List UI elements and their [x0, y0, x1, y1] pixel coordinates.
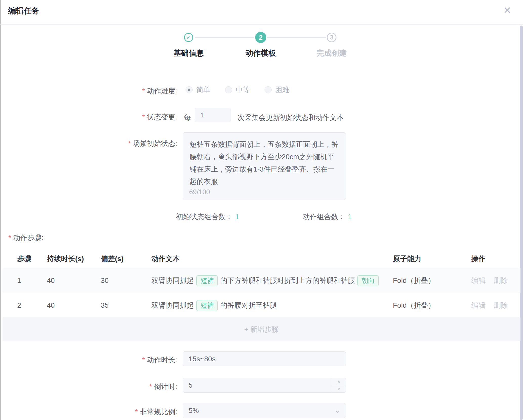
- cell-ops: 编辑 删除: [471, 293, 508, 318]
- number-stepper: ∧ ∨: [332, 378, 346, 392]
- decrease-icon[interactable]: ∨: [332, 385, 346, 393]
- cell-duration: 40: [47, 293, 55, 318]
- col-header-ops: 操作: [471, 249, 486, 268]
- cell-ability: Fold（折叠）: [393, 293, 435, 318]
- dialog-title: 编辑任务: [8, 6, 39, 16]
- initial-state-textarea[interactable]: 短裤五条数据背面朝上，五条数据正面朝上，裤腰朝右，离头部视野下方至少20cm之外…: [183, 132, 346, 200]
- step3-circle: 3: [327, 33, 336, 42]
- unusual-ratio-select[interactable]: 5% ⌄: [183, 403, 346, 418]
- initial-state-label: 场景初始状态:: [84, 139, 177, 148]
- increase-icon[interactable]: ∧: [332, 378, 346, 385]
- cell-action-text: 双臂协同抓起短裤的下方裤腿和裤腰对折到上方的裤腿和裤腰朝向: [151, 268, 381, 293]
- radio-circle-icon: [265, 86, 272, 93]
- cell-ability: Fold（折叠）: [393, 268, 435, 293]
- char-counter: 69/100: [189, 188, 210, 196]
- cell-deviation: 35: [101, 293, 109, 318]
- close-icon[interactable]: ✕: [503, 6, 511, 15]
- edit-button[interactable]: 编辑: [471, 301, 486, 310]
- cell-deviation: 30: [101, 268, 109, 293]
- step-label-finish: 完成创建: [301, 48, 362, 58]
- vertical-scrollbar[interactable]: [520, 26, 523, 420]
- cell-step: 2: [17, 293, 21, 318]
- step-label-basic-info: 基础信息: [158, 48, 219, 58]
- table-row: 2 40 35 双臂协同抓起短裤的裤腰对折至裤腿 Fold（折叠） 编辑 删除: [3, 293, 520, 318]
- col-header-deviation: 偏差(s): [101, 249, 124, 268]
- header-divider: [0, 24, 523, 25]
- countdown-label: 倒计时:: [91, 382, 177, 391]
- countdown-input[interactable]: 5 ∧ ∨: [183, 378, 346, 393]
- stepper-connector: [267, 37, 326, 38]
- action-steps-label: 动作步骤:: [8, 233, 43, 243]
- action-steps-table: 步骤 持续时长(s) 偏差(s) 动作文本 原子能力 操作 1 40 30 双臂…: [3, 249, 520, 341]
- entity-tag: 朝向: [357, 275, 379, 286]
- initial-combo-count: 初始状态组合数：1: [176, 212, 239, 222]
- entity-tag: 短裤: [196, 275, 218, 286]
- table-body: 1 40 30 双臂协同抓起短裤的下方裤腿和裤腰对折到上方的裤腿和裤腰朝向 Fo…: [3, 268, 520, 318]
- cell-step: 1: [17, 268, 21, 293]
- step-label-action-template: 动作模板: [230, 48, 291, 58]
- col-header-action-text: 动作文本: [151, 249, 180, 268]
- cell-ops: 编辑 删除: [471, 268, 508, 293]
- state-change-suffix: 次采集会更新初始状态和动作文本: [237, 113, 344, 122]
- radio-circle-icon: [186, 86, 193, 93]
- col-header-duration: 持续时长(s): [47, 249, 84, 268]
- col-header-ability: 原子能力: [393, 249, 421, 268]
- chevron-down-icon: ⌄: [334, 405, 341, 414]
- duration-label: 动作时长:: [91, 355, 177, 365]
- action-combo-count: 动作组合数：1: [303, 212, 352, 222]
- duration-input[interactable]: 15s~80s: [183, 351, 346, 366]
- radio-medium[interactable]: 中等: [225, 85, 250, 95]
- table-row: 1 40 30 双臂协同抓起短裤的下方裤腿和裤腰对折到上方的裤腿和裤腰朝向 Fo…: [3, 268, 520, 293]
- delete-button[interactable]: 删除: [494, 276, 508, 285]
- difficulty-label: 动作难度:: [91, 86, 177, 96]
- entity-tag: 短裤: [196, 300, 218, 311]
- edit-button[interactable]: 编辑: [471, 276, 486, 285]
- table-header-row: 步骤 持续时长(s) 偏差(s) 动作文本 原子能力 操作: [3, 249, 520, 268]
- delete-button[interactable]: 删除: [494, 301, 508, 310]
- step2-circle: 2: [255, 32, 266, 43]
- window-left-edge: [0, 0, 1, 420]
- col-header-step: 步骤: [17, 249, 31, 268]
- action-combo-value: 1: [348, 213, 352, 221]
- initial-state-text: 短裤五条数据背面朝上，五条数据正面朝上，裤腰朝右，离头部视野下方至少20cm之外…: [190, 138, 339, 188]
- step1-check-icon: ✓: [184, 33, 193, 42]
- state-change-input[interactable]: 1: [195, 108, 231, 122]
- cell-duration: 40: [47, 268, 55, 293]
- state-change-label: 状态变更:: [91, 112, 177, 122]
- radio-easy[interactable]: 简单: [186, 85, 210, 95]
- radio-hard[interactable]: 困难: [265, 85, 289, 95]
- unusual-ratio-label: 非常规比例:: [91, 407, 177, 417]
- stepper-connector: [195, 37, 254, 38]
- difficulty-radio-group: 简单 中等 困难: [186, 85, 289, 95]
- add-step-button[interactable]: + 新增步骤: [3, 318, 520, 341]
- radio-circle-icon: [225, 86, 232, 93]
- state-change-prefix: 每: [184, 113, 191, 122]
- initial-combo-value: 1: [235, 213, 239, 221]
- cell-action-text: 双臂协同抓起短裤的裤腰对折至裤腿: [151, 293, 277, 318]
